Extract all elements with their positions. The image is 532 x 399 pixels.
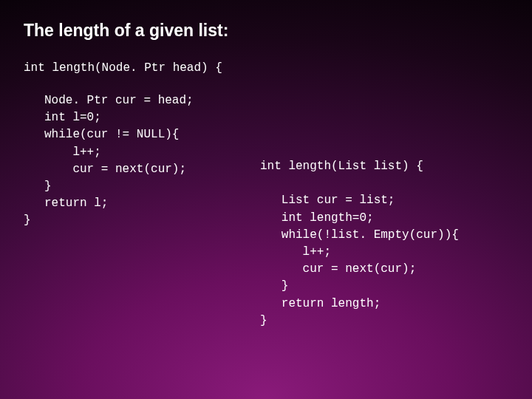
slide-title: The length of a given list: — [24, 21, 508, 41]
slide-container: The length of a given list: int length(N… — [0, 0, 532, 399]
code-block-right: int length(List list) { List cur = list;… — [260, 158, 459, 330]
code-signature: int length(Node. Ptr head) { — [24, 61, 508, 75]
